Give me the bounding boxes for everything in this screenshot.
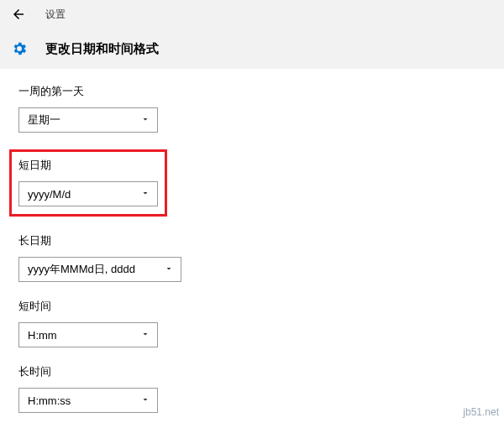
short-date-label: 短日期 [18, 158, 158, 173]
back-button[interactable] [7, 3, 30, 26]
first-day-label: 一周的第一天 [18, 84, 486, 99]
chevron-down-icon [140, 394, 150, 407]
chevron-down-icon [140, 329, 150, 342]
field-short-time: 短时间 H:mm [18, 299, 486, 347]
highlight-short-date: 短日期 yyyy/M/d [9, 149, 167, 217]
chevron-down-icon [164, 264, 174, 276]
long-date-select[interactable]: yyyy年MMMd日, dddd [18, 257, 181, 282]
first-day-value: 星期一 [28, 112, 60, 128]
long-date-label: 长日期 [18, 233, 486, 248]
window-title: 设置 [45, 8, 66, 22]
short-date-value: yyyy/M/d [28, 188, 71, 201]
settings-header: 设置 更改日期和时间格式 [0, 0, 504, 69]
long-date-value: yyyy年MMMd日, dddd [28, 262, 135, 277]
title-bar: 设置 [0, 0, 504, 29]
short-time-value: H:mm [28, 329, 57, 342]
settings-content: 一周的第一天 星期一 短日期 yyyy/M/d 长日期 yyyy年MMMd日, … [0, 69, 504, 423]
first-day-select[interactable]: 星期一 [18, 107, 158, 133]
watermark: jb51.net [463, 406, 499, 418]
long-time-value: H:mm:ss [28, 394, 71, 407]
chevron-down-icon [140, 188, 150, 201]
chevron-down-icon [140, 114, 150, 127]
short-time-label: 短时间 [18, 299, 486, 314]
page-heading-row: 更改日期和时间格式 [0, 29, 504, 69]
field-long-time: 长时间 H:mm:ss [18, 364, 486, 413]
long-time-select[interactable]: H:mm:ss [18, 388, 158, 413]
short-date-select[interactable]: yyyy/M/d [18, 181, 158, 206]
page-title: 更改日期和时间格式 [45, 41, 159, 57]
back-arrow-icon [11, 7, 26, 22]
long-time-label: 长时间 [18, 364, 486, 379]
field-short-date: 短日期 yyyy/M/d [18, 149, 486, 217]
field-long-date: 长日期 yyyy年MMMd日, dddd [18, 233, 486, 282]
field-first-day: 一周的第一天 星期一 [18, 84, 486, 133]
gear-icon [10, 39, 29, 58]
short-time-select[interactable]: H:mm [18, 322, 158, 347]
